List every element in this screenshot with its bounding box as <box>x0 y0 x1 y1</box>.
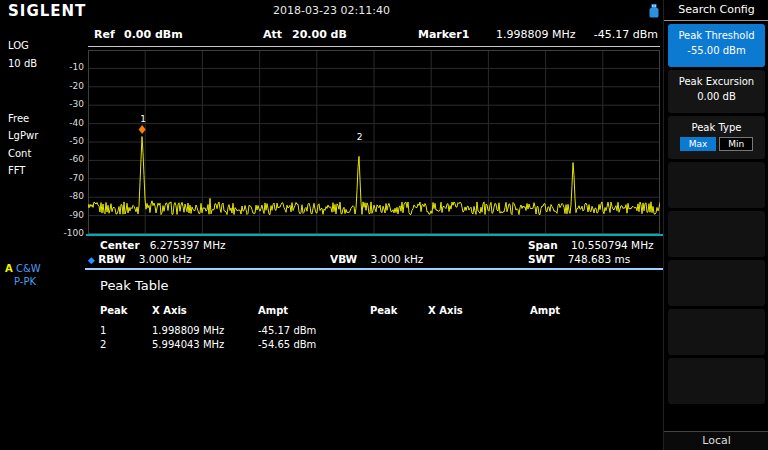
softkey-blank[interactable] <box>668 211 765 257</box>
y-tick-label: -20 <box>69 81 84 91</box>
peak-table-grid: PeakX AxisAmptPeakX AxisAmpt11.998809 MH… <box>100 305 620 350</box>
peak-table-cell <box>530 339 620 350</box>
softkey-panel: Search Config Peak Threshold -55.00 dBm … <box>663 0 768 450</box>
peak-table-cell: 2 <box>100 339 152 350</box>
spectrum-analyzer-screen: SIGLENT 2018-03-23 02:11:40 LOG 10 dB Fr… <box>0 0 768 450</box>
center-freq-readout: Center 6.275397 MHz <box>100 239 226 251</box>
peak-table-cell <box>530 325 620 336</box>
peak-table-header: X Axis <box>428 305 530 322</box>
peak-table-cell: 5.994043 MHz <box>152 339 258 350</box>
peak-type-max-option[interactable]: Max <box>680 137 717 151</box>
marker-freq: 1.998809 MHz <box>496 28 576 41</box>
peak-type-button[interactable]: Peak Type Max Min <box>668 116 765 159</box>
peak-table-cell: 1.998809 MHz <box>152 325 258 336</box>
y-tick-label: -80 <box>69 191 84 201</box>
chart-header: Ref 0.00 dBm Att 20.00 dB Marker1 1.9988… <box>88 28 660 46</box>
y-tick-label: -50 <box>69 136 84 146</box>
log-scale-label: LOG <box>8 40 29 51</box>
marker-ampl: -45.17 dBm <box>594 28 658 41</box>
y-tick-label: -60 <box>69 154 84 164</box>
svg-text:2: 2 <box>357 132 363 142</box>
y-tick-label: -90 <box>69 210 84 220</box>
softkey-blank[interactable] <box>668 260 765 306</box>
vbw-readout: VBW 3.000 kHz <box>330 253 423 265</box>
span-readout: Span 10.550794 MHz <box>528 239 654 251</box>
svg-text:1: 1 <box>140 114 146 124</box>
top-status-bar: SIGLENT 2018-03-23 02:11:40 <box>0 0 768 22</box>
peak-table-header: Peak <box>100 305 152 322</box>
datetime-display: 2018-03-23 02:11:40 <box>0 4 663 17</box>
peak-table-cell <box>370 325 428 336</box>
y-tick-label: -10 <box>69 62 84 72</box>
peak-table-header: Ampt <box>530 305 620 322</box>
peak-table-title: Peak Table <box>100 278 169 293</box>
marker-label: Marker1 <box>418 28 469 41</box>
softkey-blank[interactable] <box>668 162 765 208</box>
y-tick-label: -30 <box>69 99 84 109</box>
peak-table-header: Peak <box>370 305 428 322</box>
peak-table-cell <box>370 339 428 350</box>
trace-detector-label: P-PK <box>5 276 36 287</box>
peak-table-cell <box>428 339 530 350</box>
usb-icon <box>648 3 660 23</box>
peak-table-cell: 1 <box>100 325 152 336</box>
peak-table-cell: -45.17 dBm <box>258 325 370 336</box>
display-line <box>86 234 663 236</box>
spectrum-plot: 12 <box>88 50 660 234</box>
trace-a-label: A C&W <box>5 263 41 274</box>
section-divider <box>85 268 663 270</box>
cont-sweep-label: Cont <box>8 148 31 159</box>
softkey-blank[interactable] <box>668 309 765 355</box>
peak-threshold-button[interactable]: Peak Threshold -55.00 dBm <box>668 24 765 67</box>
y-axis-labels: -10-20-30-40-50-60-70-80-90-100 <box>58 50 86 234</box>
header-divider <box>88 46 660 47</box>
rbw-readout: ◆ RBW 3.000 kHz <box>88 253 192 265</box>
peak-table-cell: -54.65 dBm <box>258 339 370 350</box>
fft-label: FFT <box>8 165 25 176</box>
ref-label: Ref <box>94 28 115 41</box>
trace-coupling-label: C&W <box>16 263 41 274</box>
att-value: 20.00 dB <box>292 28 347 41</box>
att-label: Att <box>263 28 282 41</box>
peak-table-header: X Axis <box>152 305 258 322</box>
scale-per-div-label: 10 dB <box>8 58 37 69</box>
marker-diamond-icon: ◆ <box>88 255 95 265</box>
peak-excursion-button[interactable]: Peak Excursion 0.00 dB <box>668 70 765 113</box>
y-tick-label: -100 <box>64 228 84 238</box>
local-button[interactable]: Local <box>664 431 768 450</box>
trigger-free-label: Free <box>8 113 29 124</box>
lgpwr-label: LgPwr <box>8 130 38 141</box>
y-tick-label: -70 <box>69 173 84 183</box>
peak-table-cell <box>428 325 530 336</box>
menu-title: Search Config <box>664 0 768 21</box>
trace-a-letter: A <box>5 263 13 274</box>
ref-value: 0.00 dBm <box>124 28 183 41</box>
y-tick-label: -40 <box>69 118 84 128</box>
swt-readout: SWT 748.683 ms <box>528 253 630 265</box>
softkey-blank[interactable] <box>668 358 765 404</box>
peak-type-min-option[interactable]: Min <box>719 137 753 151</box>
peak-table-header: Ampt <box>258 305 370 322</box>
